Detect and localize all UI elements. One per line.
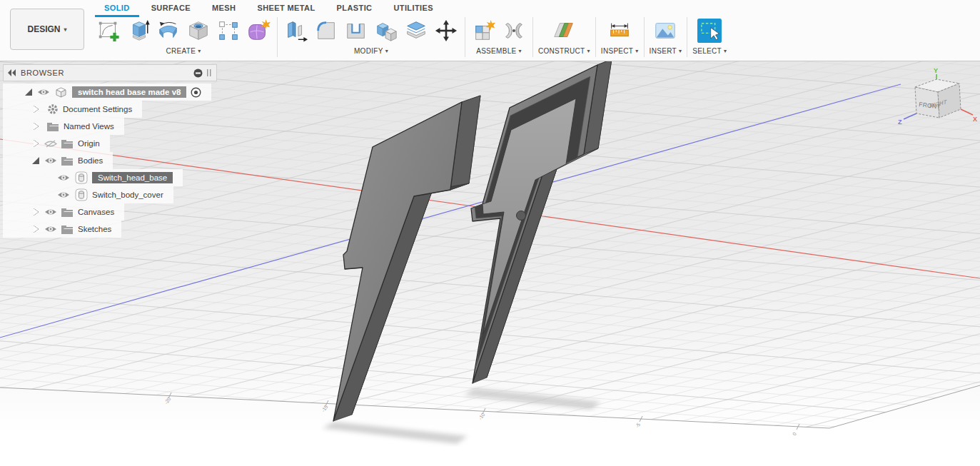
tree-row-canvases[interactable]: Canvases: [3, 203, 124, 221]
viewcube-x-axis: [961, 109, 973, 115]
tab-surface[interactable]: SURFACE: [141, 1, 201, 16]
chevron-down-icon: ▾: [587, 48, 590, 54]
press-pull-icon[interactable]: [283, 16, 310, 45]
tree-row-label[interactable]: Origin: [78, 139, 100, 148]
tree-row-root-component[interactable]: switch head base made v8: [3, 83, 211, 101]
body-cylinder-icon: [75, 171, 88, 184]
tree-row-label[interactable]: Bodies: [78, 156, 103, 165]
group-insert: INSERT▾: [650, 16, 682, 55]
toolbar-separator: [595, 17, 596, 57]
group-select: SELECT▾: [692, 16, 727, 55]
tree-row-label[interactable]: Document Settings: [63, 105, 132, 113]
tree-row-label[interactable]: Switch_head_base: [92, 172, 173, 183]
offset-face-icon[interactable]: [403, 16, 430, 45]
tree-row-bodies[interactable]: Bodies: [3, 152, 113, 169]
tree-row-origin[interactable]: Origin: [3, 135, 110, 152]
component-icon: [54, 86, 68, 98]
browser-panel: BROWSER switch head base made v8: [3, 64, 217, 238]
visibility-eye-icon[interactable]: [44, 208, 57, 216]
create-sketch-icon[interactable]: [95, 16, 122, 45]
browser-header[interactable]: BROWSER: [3, 64, 217, 81]
tree-row-document-settings[interactable]: Document Settings: [3, 101, 142, 118]
group-label-construct[interactable]: CONSTRUCT▾: [538, 47, 590, 55]
tree-row-label[interactable]: switch head base made v8: [72, 86, 186, 98]
group-modify: MODIFY▾: [283, 16, 460, 55]
expander-expanded-icon[interactable]: [30, 157, 41, 164]
panel-resize-grip[interactable]: [206, 69, 212, 77]
chevron-down-icon: ▾: [679, 48, 682, 54]
tree-row-label[interactable]: Named Views: [64, 122, 114, 131]
create-form-icon[interactable]: [245, 16, 272, 45]
panel-minus-icon[interactable]: [193, 69, 203, 78]
group-label-inspect[interactable]: INSPECT▾: [601, 47, 639, 55]
visibility-eye-icon[interactable]: [44, 225, 57, 233]
expander-collapsed-icon[interactable]: [30, 123, 41, 130]
group-label-modify[interactable]: MODIFY▾: [354, 47, 388, 55]
measure-icon[interactable]: [606, 16, 633, 45]
tab-sheet-metal[interactable]: SHEET METAL: [246, 1, 325, 16]
expander-collapsed-icon[interactable]: [30, 106, 41, 113]
group-label-select[interactable]: SELECT▾: [692, 47, 727, 55]
revolve-icon[interactable]: [155, 16, 182, 45]
visibility-eye-icon[interactable]: [57, 173, 70, 182]
tab-plastic[interactable]: PLASTIC: [326, 1, 383, 16]
rectangular-pattern-icon[interactable]: [215, 16, 242, 45]
visibility-eye-icon[interactable]: [44, 156, 57, 165]
toolbar-separator: [532, 17, 533, 57]
toolbar-separator: [465, 17, 465, 57]
joint-icon[interactable]: [500, 16, 527, 45]
fillet-icon[interactable]: [313, 16, 340, 45]
visibility-eye-off-icon[interactable]: [44, 139, 57, 148]
tab-utilities[interactable]: UTILITIES: [383, 1, 444, 16]
expander-expanded-icon[interactable]: [23, 88, 34, 96]
tree-row-label[interactable]: Switch_body_cover: [92, 191, 163, 199]
grid-tick-label: -15: [320, 404, 329, 412]
folder-icon: [61, 156, 74, 166]
visibility-eye-icon[interactable]: [57, 191, 70, 199]
tree-row-sketches[interactable]: Sketches: [3, 221, 121, 238]
grid-tick-label: -20: [163, 396, 172, 405]
new-component-icon[interactable]: [470, 16, 497, 45]
visibility-eye-icon[interactable]: [37, 88, 50, 96]
ribbon-tabs: SOLID SURFACE MESH SHEET METAL PLASTIC U…: [94, 1, 444, 16]
move-copy-icon[interactable]: [433, 16, 460, 45]
workspace-switcher-button[interactable]: DESIGN ▾: [10, 9, 84, 50]
combine-icon[interactable]: [373, 16, 400, 45]
view-cube[interactable]: Y FRONT RIGHT X Z: [896, 64, 978, 138]
tab-solid[interactable]: SOLID: [94, 1, 141, 16]
toolbar-separator: [687, 17, 687, 57]
group-label-create[interactable]: CREATE▾: [166, 47, 201, 55]
activate-component-radio[interactable]: [191, 87, 201, 98]
shell-icon[interactable]: [343, 16, 370, 45]
tree-row-named-views[interactable]: Named Views: [3, 118, 124, 135]
expander-collapsed-icon[interactable]: [30, 226, 41, 233]
viewcube-z-label: Z: [898, 118, 902, 126]
extrude-icon[interactable]: [125, 16, 152, 45]
insert-image-icon[interactable]: [652, 16, 679, 45]
browser-title: BROWSER: [21, 69, 64, 77]
chevron-down-icon: ▾: [518, 48, 521, 54]
tree-row-switch-body-cover[interactable]: Switch_body_cover: [3, 186, 173, 203]
chevron-down-icon: ▾: [64, 26, 67, 33]
tree-row-label[interactable]: Canvases: [78, 208, 114, 216]
construct-plane-icon[interactable]: [550, 16, 577, 45]
tab-mesh[interactable]: MESH: [201, 1, 246, 16]
group-construct: CONSTRUCT▾: [538, 16, 590, 55]
collapse-panel-icon[interactable]: [8, 69, 16, 76]
expander-collapsed-icon[interactable]: [30, 208, 41, 216]
tree-row-label[interactable]: Sketches: [78, 225, 111, 233]
chevron-down-icon: ▾: [724, 48, 727, 54]
workspace-switcher-label: DESIGN: [27, 24, 60, 34]
folder-icon: [61, 139, 74, 148]
group-assemble: ASSEMBLE▾: [470, 16, 527, 55]
expander-collapsed-icon[interactable]: [30, 140, 41, 147]
viewcube-x-label: X: [973, 116, 977, 123]
hole-icon[interactable]: [185, 16, 212, 45]
viewport-canvas[interactable]: -20 -15 -10 -5 0: [0, 61, 980, 466]
fusion-window: -20 -15 -10 -5 0: [0, 0, 980, 466]
select-icon[interactable]: [696, 16, 723, 45]
group-label-insert[interactable]: INSERT▾: [650, 47, 682, 55]
folder-icon: [61, 225, 74, 234]
group-label-assemble[interactable]: ASSEMBLE▾: [476, 47, 522, 55]
tree-row-switch-head-base[interactable]: Switch_head_base: [3, 169, 183, 186]
